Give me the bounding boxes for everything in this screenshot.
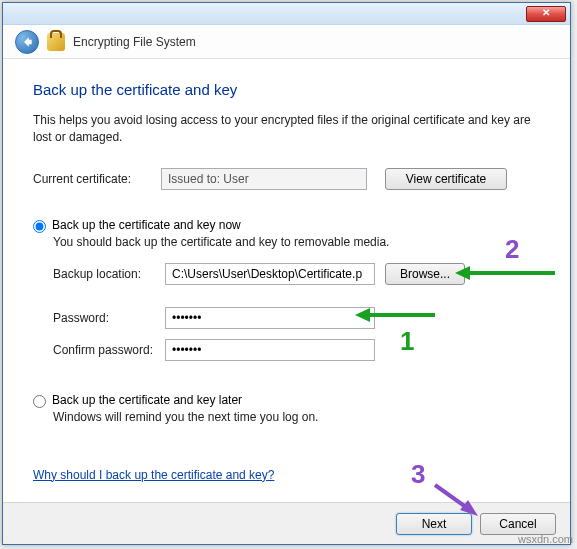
window-title: Encrypting File System	[73, 35, 196, 49]
backup-location-input[interactable]	[165, 263, 375, 285]
efs-lock-icon	[47, 33, 65, 51]
option-backup-now-desc: You should back up the certificate and k…	[53, 235, 540, 249]
password-input[interactable]	[165, 307, 375, 329]
option-backup-later-desc: Windows will remind you the next time yo…	[53, 410, 540, 424]
help-text: This helps you avoid losing access to yo…	[33, 112, 540, 146]
why-backup-link[interactable]: Why should I back up the certificate and…	[33, 468, 274, 482]
option-backup-later[interactable]: Back up the certificate and key later	[33, 393, 540, 408]
next-button[interactable]: Next	[396, 513, 472, 535]
current-cert-label: Current certificate:	[33, 172, 161, 186]
backup-location-label: Backup location:	[53, 267, 165, 281]
confirm-password-label: Confirm password:	[53, 343, 165, 357]
option-backup-later-label: Back up the certificate and key later	[52, 393, 242, 407]
current-cert-row: Current certificate: View certificate	[33, 168, 540, 190]
titlebar: ✕	[3, 3, 570, 25]
wizard-window: ✕ Encrypting File System Back up the cer…	[2, 2, 571, 545]
footer: Next Cancel	[3, 502, 570, 544]
close-button[interactable]: ✕	[526, 6, 566, 22]
radio-backup-now[interactable]	[33, 220, 46, 233]
confirm-password-row: Confirm password:	[53, 339, 540, 361]
content-area: Back up the certificate and key This hel…	[3, 59, 570, 494]
page-heading: Back up the certificate and key	[33, 81, 540, 98]
current-cert-field	[161, 168, 367, 190]
option-backup-now[interactable]: Back up the certificate and key now	[33, 218, 540, 233]
close-icon: ✕	[542, 7, 550, 18]
password-label: Password:	[53, 311, 165, 325]
header-row: Encrypting File System	[3, 25, 570, 59]
cancel-button[interactable]: Cancel	[480, 513, 556, 535]
backup-location-row: Backup location: Browse...	[53, 263, 540, 285]
confirm-password-input[interactable]	[165, 339, 375, 361]
back-arrow-icon	[20, 35, 34, 49]
back-button[interactable]	[15, 30, 39, 54]
browse-button[interactable]: Browse...	[385, 263, 465, 285]
option-backup-now-label: Back up the certificate and key now	[52, 218, 241, 232]
radio-backup-later[interactable]	[33, 395, 46, 408]
password-row: Password:	[53, 307, 540, 329]
watermark: wsxdn.com	[518, 533, 573, 545]
view-certificate-button[interactable]: View certificate	[385, 168, 507, 190]
